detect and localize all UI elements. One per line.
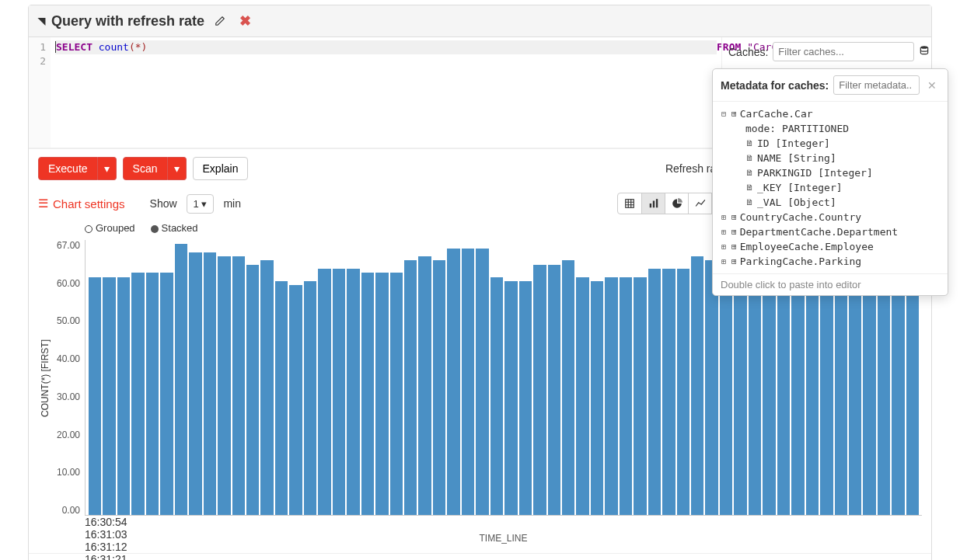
collapse-icon[interactable]: ◥ xyxy=(38,16,45,26)
tree-cache[interactable]: ⊞⊞CountryCache.Country xyxy=(716,210,944,224)
legend-stacked[interactable]: Stacked xyxy=(151,222,198,234)
chart-bar[interactable] xyxy=(504,281,517,515)
chart-bar[interactable] xyxy=(232,256,245,515)
svg-rect-8 xyxy=(652,201,654,208)
chart-bar[interactable] xyxy=(705,260,717,515)
chart-bar[interactable] xyxy=(275,281,288,515)
chart-type-line-icon[interactable] xyxy=(688,193,711,214)
sql-editor[interactable]: 1 2 SELECT count(*)FROM "CarCache".Car xyxy=(29,37,721,148)
svg-rect-7 xyxy=(649,203,651,207)
chart-type-bar-icon[interactable] xyxy=(641,193,665,214)
expand-icon[interactable]: ⊞ xyxy=(719,213,728,221)
chart-bar[interactable] xyxy=(175,244,187,515)
tree-columns: mode: PARTITIONED 🗎ID [Integer]🗎NAME [St… xyxy=(716,121,944,210)
metadata-popover: Metadata for caches: ✕ ⊟ ⊞ CarCache.Car … xyxy=(712,68,948,296)
chart-bar[interactable] xyxy=(648,269,661,515)
code-content[interactable]: SELECT count(*)FROM "CarCache".Car xyxy=(51,37,721,148)
chart-bar[interactable] xyxy=(218,256,230,515)
tree-column[interactable]: 🗎ID [Integer] xyxy=(730,136,944,151)
y-tick: 10.00 xyxy=(51,467,80,478)
expand-icon[interactable]: ⊞ xyxy=(719,228,728,236)
y-tick: 40.00 xyxy=(51,353,80,364)
chart-bar[interactable] xyxy=(433,260,445,515)
chart-bar[interactable] xyxy=(390,273,403,515)
popover-close-icon[interactable]: ✕ xyxy=(924,79,940,92)
caches-filter-input[interactable] xyxy=(773,42,914,61)
tree-cache[interactable]: ⊞⊞ParkingCache.Parking xyxy=(716,254,944,269)
chart-bar[interactable] xyxy=(734,273,746,515)
execute-dropdown[interactable]: ▾ xyxy=(98,157,117,180)
chart-bar[interactable] xyxy=(204,252,216,515)
chart-bar[interactable] xyxy=(189,252,201,515)
chart-bar[interactable] xyxy=(662,269,675,515)
chart-bar[interactable] xyxy=(131,273,144,515)
chart-bar[interactable] xyxy=(820,273,833,515)
chart-bar[interactable] xyxy=(835,273,847,515)
show-duration-dropdown[interactable]: 1 ▾ xyxy=(187,194,215,214)
edit-button[interactable] xyxy=(211,12,229,30)
tree-column[interactable]: 🗎_KEY [Integer] xyxy=(730,180,944,195)
chart-bar[interactable] xyxy=(361,273,374,515)
explain-button[interactable]: Explain xyxy=(193,157,249,180)
expand-icon[interactable]: ⊞ xyxy=(719,257,728,266)
popover-title: Metadata for caches: xyxy=(721,79,829,92)
chart-bar[interactable] xyxy=(562,260,574,515)
chart-bar[interactable] xyxy=(677,269,689,515)
execute-button[interactable]: Execute xyxy=(38,157,98,180)
chart-bar[interactable] xyxy=(89,277,101,515)
chart-type-table-icon[interactable] xyxy=(618,193,641,214)
chart-bar[interactable] xyxy=(576,277,588,515)
expand-icon[interactable]: ⊞ xyxy=(719,242,728,251)
scan-dropdown[interactable]: ▾ xyxy=(168,157,187,180)
chart-bar[interactable] xyxy=(289,285,302,515)
chart-bar[interactable] xyxy=(318,269,330,515)
chart-bar[interactable] xyxy=(490,277,503,515)
chart-bar[interactable] xyxy=(791,265,804,515)
chart-bar[interactable] xyxy=(476,249,488,515)
chart-bar[interactable] xyxy=(375,273,388,515)
tree-root[interactable]: ⊟ ⊞ CarCache.Car xyxy=(716,106,944,121)
tree-column[interactable]: 🗎PARKINGID [Integer] xyxy=(730,165,944,180)
chart-bar[interactable] xyxy=(304,281,316,515)
chart-bar[interactable] xyxy=(447,249,459,515)
chart-bar[interactable] xyxy=(246,265,259,515)
chart-bar[interactable] xyxy=(462,249,474,515)
chart-bar[interactable] xyxy=(620,277,632,515)
tree-cache[interactable]: ⊞⊞EmployeeCache.Employee xyxy=(716,239,944,254)
chart-bar[interactable] xyxy=(533,265,546,515)
chart-bar[interactable] xyxy=(160,273,173,515)
hamburger-icon: ☰ xyxy=(38,197,48,210)
chart-bar[interactable] xyxy=(146,273,159,515)
collapse-icon[interactable]: ⊟ xyxy=(719,110,728,118)
scan-button[interactable]: Scan xyxy=(123,157,168,180)
file-icon: 🗎 xyxy=(745,138,754,148)
chart-bar[interactable] xyxy=(404,260,417,515)
chart-bar[interactable] xyxy=(548,265,560,515)
chart-bar[interactable] xyxy=(720,260,732,515)
chart-bar[interactable] xyxy=(519,281,532,515)
chart-bar[interactable] xyxy=(347,269,359,515)
chart-bar[interactable] xyxy=(806,260,819,515)
chart-bar[interactable] xyxy=(260,260,273,515)
chart-bar[interactable] xyxy=(763,273,775,515)
legend-grouped[interactable]: Grouped xyxy=(85,222,135,234)
chart-bar[interactable] xyxy=(634,277,646,515)
delete-button[interactable]: ✖ xyxy=(236,12,254,30)
chart-settings-link[interactable]: ☰ Chart settings xyxy=(38,197,125,210)
tree-cache[interactable]: ⊞⊞DepartmentCache.Department xyxy=(716,224,944,239)
metadata-filter-input[interactable] xyxy=(833,75,920,95)
chart-bar[interactable] xyxy=(418,256,431,515)
chart-bar[interactable] xyxy=(691,256,703,515)
chart-bar[interactable] xyxy=(605,277,617,515)
chart-bar[interactable] xyxy=(103,277,115,515)
chart-bar[interactable] xyxy=(749,273,761,515)
popover-header: Metadata for caches: ✕ xyxy=(713,69,948,102)
chart-bar[interactable] xyxy=(333,269,345,515)
database-icon[interactable] xyxy=(919,45,930,58)
tree-column[interactable]: 🗎NAME [String] xyxy=(730,151,944,165)
tree-column[interactable]: 🗎_VAL [Object] xyxy=(730,195,944,210)
chart-bar[interactable] xyxy=(117,277,130,515)
tree-mode[interactable]: mode: PARTITIONED xyxy=(730,121,944,136)
chart-type-pie-icon[interactable] xyxy=(665,193,688,214)
chart-bar[interactable] xyxy=(591,281,603,515)
